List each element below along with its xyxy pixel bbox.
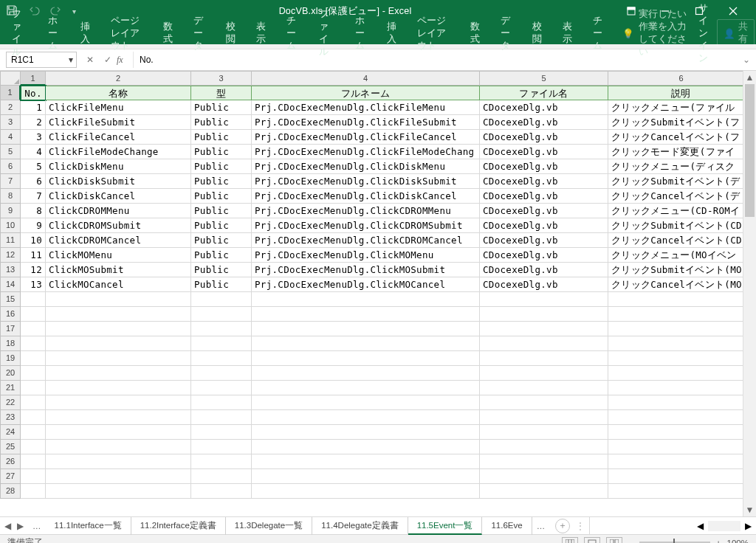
cell[interactable]: CDocexeDlg.vb [480,115,608,130]
scroll-left-icon[interactable]: ◀ [697,521,704,531]
cell[interactable]: Public [191,145,252,159]
row-header[interactable]: 8 [0,189,21,204]
cell[interactable]: CDocexeDlg.vb [480,204,608,218]
ribbon-tab[interactable]: 挿入 [377,22,407,44]
cell[interactable] [480,381,608,395]
cell[interactable]: クリックSubmitイベント(MO [608,263,755,277]
row-header[interactable]: 20 [0,366,21,381]
cell[interactable]: Public [191,263,252,277]
cell[interactable] [480,395,608,410]
sheet-nav-more-icon[interactable]: … [28,522,46,530]
cell[interactable] [46,410,191,425]
cell[interactable]: Prj.CDocExecMenuDlg.ClickFileModeChang [252,145,480,159]
row-header[interactable]: 14 [0,277,21,292]
row-header[interactable]: 15 [0,292,21,307]
cell[interactable]: CDocexeDlg.vb [480,189,608,204]
share-button[interactable]: 👤 共有 [717,19,755,47]
cell[interactable]: クリックメニュー(ファイル [608,100,755,115]
cell[interactable] [608,454,755,469]
vertical-scrollbar[interactable]: ▲ ▼ [743,71,756,516]
cell[interactable]: Public [191,174,252,189]
cell[interactable]: CDocexeDlg.vb [480,159,608,174]
cell[interactable] [21,381,46,395]
sheet-tab[interactable]: 11.2Interface定義書 [131,517,226,535]
cell[interactable]: Public [191,115,252,130]
column-header[interactable]: 2 [46,71,191,86]
column-header[interactable]: 6 [608,71,755,86]
row-header[interactable]: 22 [0,395,21,410]
cell[interactable] [191,322,252,336]
cell[interactable] [21,292,46,307]
tell-me-box[interactable]: 💡 実行したい作業を入力してください [615,8,698,58]
cell[interactable]: CDocexeDlg.vb [480,233,608,248]
cell[interactable] [21,351,46,366]
expand-formula-bar-icon[interactable]: ⌄ [743,55,750,65]
cell[interactable] [191,454,252,469]
cell[interactable]: Public [191,159,252,174]
sheet-tab[interactable]: 11.4Delegate定義書 [312,517,408,535]
row-header[interactable]: 17 [0,322,21,336]
cell[interactable] [252,425,480,440]
ribbon-tab[interactable]: 表示 [552,22,583,44]
cell[interactable] [480,425,608,440]
cell[interactable] [252,469,480,484]
cell[interactable] [608,351,755,366]
cell[interactable] [480,336,608,351]
chevron-down-icon[interactable]: ▾ [66,55,76,65]
cell[interactable] [480,322,608,336]
cell[interactable] [252,395,480,410]
cell[interactable] [608,469,755,484]
cell[interactable]: Prj.CDocExecMenuDlg.ClickDiskMenu [252,159,480,174]
row-header[interactable]: 1 [0,86,21,100]
row-header[interactable]: 11 [0,233,21,248]
header-cell[interactable]: 名称 [46,86,191,100]
row-header[interactable]: 12 [0,248,21,263]
cell[interactable] [608,307,755,322]
cell[interactable]: 5 [21,159,46,174]
cell[interactable]: Public [191,277,252,292]
cell[interactable]: ClickFileSubmit [46,115,191,130]
cell[interactable] [480,351,608,366]
cell[interactable]: Public [191,189,252,204]
cell[interactable] [46,366,191,381]
cell[interactable]: Prj.CDocExecMenuDlg.ClickFileMenu [252,100,480,115]
cell[interactable]: クリックSubmitイベント(CD [608,218,755,233]
row-header[interactable]: 23 [0,410,21,425]
cell[interactable] [252,484,480,499]
ribbon-tab-4[interactable]: 数式 [153,22,183,44]
cell[interactable] [252,322,480,336]
row-header[interactable]: 27 [0,469,21,484]
scrollbar-thumb[interactable] [745,84,755,217]
cell[interactable]: 6 [21,174,46,189]
cell[interactable] [21,440,46,454]
cell[interactable] [21,425,46,440]
page-layout-view-button[interactable] [584,537,600,544]
column-header[interactable]: 5 [480,71,608,86]
zoom-in-button[interactable]: + [716,539,721,544]
cell[interactable] [21,469,46,484]
row-header[interactable]: 7 [0,174,21,189]
cell[interactable] [21,307,46,322]
row-header[interactable]: 6 [0,159,21,174]
cell[interactable]: 4 [21,145,46,159]
cell[interactable]: CDocexeDlg.vb [480,263,608,277]
cell[interactable] [46,351,191,366]
cell[interactable]: Prj.CDocExecMenuDlg.ClickFileSubmit [252,115,480,130]
formula-bar-input[interactable]: No. ⌄ [133,52,756,68]
cell[interactable]: クリックモード変更(ファイ [608,145,755,159]
cell[interactable]: Prj.CDocExecMenuDlg.ClickCDROMSubmit [252,218,480,233]
cell[interactable] [608,366,755,381]
normal-view-button[interactable] [562,537,578,544]
cell[interactable]: クリックCancelイベント(MO [608,277,755,292]
cell[interactable]: Prj.CDocExecMenuDlg.ClickMOCancel [252,277,480,292]
cell[interactable] [252,366,480,381]
cell[interactable] [191,469,252,484]
cell[interactable] [480,292,608,307]
cell[interactable] [252,454,480,469]
row-header[interactable]: 16 [0,307,21,322]
cell[interactable] [191,395,252,410]
cell[interactable]: Prj.CDocExecMenuDlg.ClickCDROMMenu [252,204,480,218]
enter-formula-button[interactable]: ✓ [99,55,117,66]
cell[interactable]: CDocexeDlg.vb [480,100,608,115]
cell[interactable]: Prj.CDocExecMenuDlg.ClickFileCancel [252,130,480,145]
